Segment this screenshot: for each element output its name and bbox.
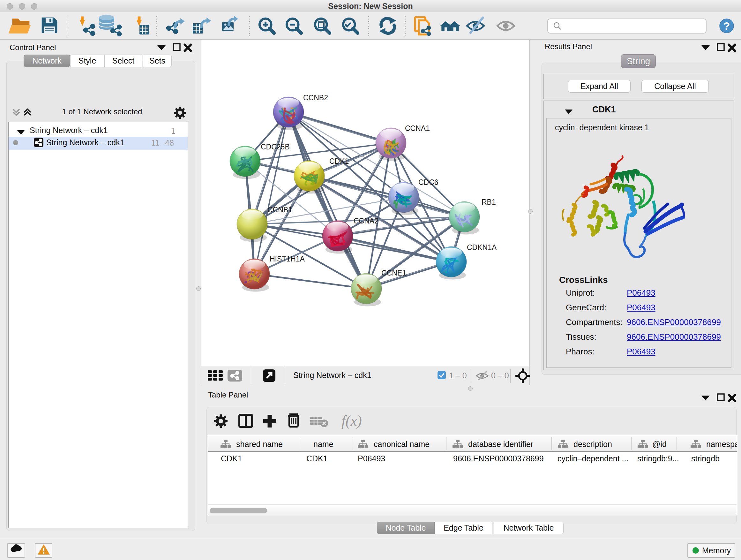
svg-text:CDC25B: CDC25B [261, 143, 290, 151]
svg-text:CCNB2: CCNB2 [303, 94, 328, 102]
svg-text:CCNE1: CCNE1 [381, 269, 406, 277]
svg-text:CCNA2: CCNA2 [354, 217, 379, 225]
svg-text:f(x): f(x) [341, 413, 362, 429]
svg-text:RB1: RB1 [482, 198, 496, 206]
svg-text:CDKN1A: CDKN1A [467, 243, 497, 252]
svg-text:CCNB1: CCNB1 [267, 206, 292, 214]
svg-text:?: ? [724, 20, 730, 32]
svg-text:CDK1: CDK1 [329, 157, 349, 165]
svg-text:CCNA1: CCNA1 [405, 124, 430, 132]
svg-text:CDC6: CDC6 [418, 178, 439, 186]
svg-text:HIST1H1A: HIST1H1A [270, 255, 305, 263]
